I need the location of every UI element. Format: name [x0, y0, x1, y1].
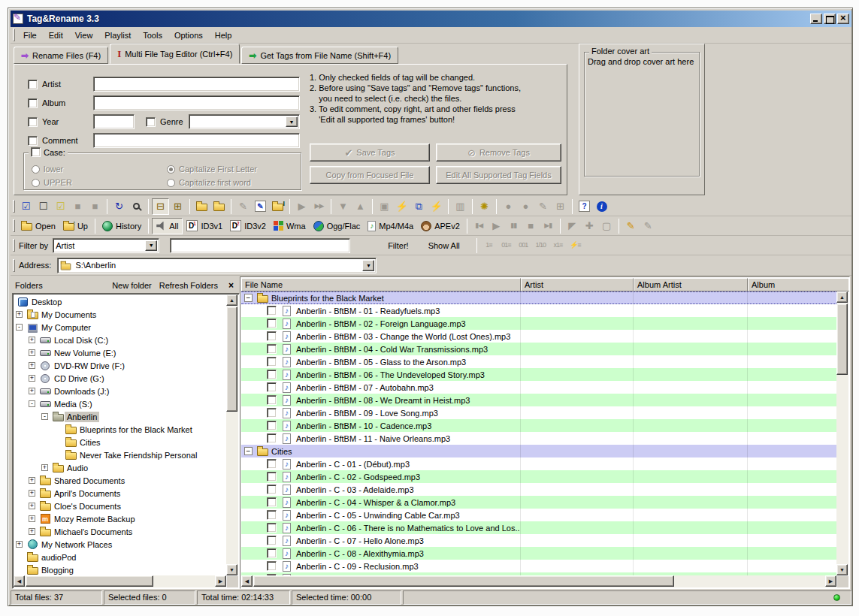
tree-item-april-s-documents[interactable]: +April's Documents	[14, 487, 226, 500]
tree-item-blogging[interactable]: Blogging	[14, 563, 226, 575]
tree-item-my-documents[interactable]: +My Documents	[14, 308, 226, 321]
tree-expander-minus-icon[interactable]: -	[29, 400, 35, 407]
address-combobox[interactable]: S:\Anberlin ▼	[57, 258, 377, 273]
tree-item-my-network-places[interactable]: +My Network Places	[14, 538, 226, 551]
file-row[interactable]: ♪Anberlin - C - 03 - Adelaide.mp3	[241, 483, 836, 496]
search-icon[interactable]	[128, 198, 145, 215]
filter-id3v2-button[interactable]: D2ID3v2	[226, 218, 270, 234]
list-hscrollbar[interactable]: ◀ ▶	[241, 575, 836, 587]
tree-scroll-left-icon[interactable]: ◀	[14, 575, 25, 587]
tree-expander-plus-icon[interactable]: +	[16, 311, 23, 318]
tree-hscroll-thumb[interactable]	[26, 575, 153, 587]
filter-field-dropdown[interactable]: Artist ▼	[53, 238, 159, 253]
cover-art-groupbox[interactable]: Folder cover art Drag and drop cover art…	[584, 52, 700, 177]
column-header-album-artist[interactable]: Album Artist	[634, 278, 748, 291]
tree-item-blueprints-for-the-black-market[interactable]: Blueprints for the Black Market	[14, 423, 226, 436]
refresh-folders-button[interactable]: Refresh Folders	[159, 281, 218, 290]
file-row[interactable]: ♪Anberlin - BftBM - 04 - Cold War Transm…	[241, 343, 836, 355]
edit-tag-icon[interactable]: ✎	[252, 198, 269, 215]
tree-expander-plus-icon[interactable]: +	[29, 337, 35, 343]
filter-input[interactable]	[170, 238, 350, 253]
file-row[interactable]: ♪Anberlin - BftBM - 11 - Naive Orleans.m…	[241, 432, 836, 445]
filter-button[interactable]: Filter!	[383, 241, 413, 250]
maximize-button[interactable]	[824, 14, 836, 24]
file-checkbox[interactable]	[267, 421, 277, 430]
tree-item-never-take-friendship-personal[interactable]: Never Take Friendship Personal	[14, 448, 226, 461]
tree-scroll-up-icon[interactable]: ▲	[226, 294, 237, 306]
file-row[interactable]: ♪Anberlin - BftBM - 05 - Glass to the Ar…	[241, 355, 836, 368]
auto-fix-icon[interactable]: ⚡	[428, 198, 445, 215]
open-button[interactable]: Open	[17, 218, 59, 234]
table-view-icon[interactable]: ⊞	[169, 198, 186, 215]
brush-yellow-icon[interactable]: ✎	[622, 218, 640, 234]
tree-item-shared-documents[interactable]: +Shared Documents	[14, 474, 226, 487]
tree-item-cd-drive-g[interactable]: +CD Drive (G:)	[14, 372, 226, 385]
file-checkbox[interactable]	[267, 319, 277, 328]
select-yellow-icon[interactable]: ☑	[52, 198, 69, 215]
history-button[interactable]: History	[98, 218, 145, 234]
filter-apev2-button[interactable]: APEv2	[417, 218, 464, 234]
tree-item-anberlin[interactable]: -Anberlin	[14, 410, 226, 423]
file-row[interactable]: ♪Anberlin - BftBM - 10 - Cadence.mp3	[241, 419, 836, 432]
show-all-button[interactable]: Show All	[424, 241, 464, 250]
tree-expander-plus-icon[interactable]: +	[41, 464, 48, 471]
year-input[interactable]	[93, 114, 135, 129]
file-row[interactable]: ♪Anberlin - C - 08 - Alexithymia.mp3	[241, 547, 836, 560]
tree-vscroll-thumb[interactable]	[226, 306, 237, 412]
group-collapse-icon[interactable]: −	[244, 294, 253, 302]
file-row[interactable]: ♪Anberlin - BftBM - 02 - Foreign Languag…	[241, 317, 836, 330]
tree-expander-plus-icon[interactable]: +	[16, 541, 23, 548]
file-checkbox[interactable]	[267, 459, 277, 469]
tree-hscrollbar[interactable]: ◀ ▶	[14, 575, 226, 587]
comment-checkbox[interactable]	[28, 136, 38, 146]
tree-item-local-disk-c[interactable]: +Local Disk (C:)	[14, 334, 226, 346]
tab-get-tags-from-file-name-shift-f4[interactable]: ➡Get Tags from File Name (Shift+F4)	[241, 47, 398, 64]
album-checkbox[interactable]	[28, 98, 38, 108]
file-checkbox[interactable]	[267, 370, 277, 379]
list-scroll-down-icon[interactable]: ▼	[836, 564, 848, 575]
file-checkbox[interactable]	[267, 357, 277, 367]
tree-expander-minus-icon[interactable]: -	[41, 413, 48, 420]
tree-item-media-s[interactable]: -Media (S:)	[14, 397, 226, 410]
new-folder-button[interactable]: New folder	[112, 281, 152, 290]
menu-playlist[interactable]: Playlist	[98, 29, 137, 42]
tree-item-cloe-s-documents[interactable]: +Cloe's Documents	[14, 500, 226, 512]
file-checkbox[interactable]	[267, 395, 277, 405]
tree-item-cities[interactable]: Cities	[14, 436, 226, 448]
list-scroll-left-icon[interactable]: ◀	[241, 575, 253, 587]
closed-folder-icon[interactable]	[210, 198, 228, 215]
tree-vscrollbar[interactable]: ▲ ▼	[226, 294, 238, 575]
menu-file[interactable]: File	[17, 29, 43, 42]
list-scroll-right-icon[interactable]: ▶	[825, 575, 836, 587]
file-row[interactable]: ♪Anberlin - C - 06 - There is no Mathema…	[241, 521, 836, 534]
group-row-cities[interactable]: −Cities	[241, 445, 836, 457]
column-header-album[interactable]: Album	[748, 278, 850, 291]
file-row[interactable]: ♪Anberlin - BftBM - 07 - Autobahn.mp3	[241, 381, 836, 394]
file-row[interactable]: ♪Anberlin - BftBM - 08 - We Dreamt in He…	[241, 394, 836, 406]
tree-expander-plus-icon[interactable]: +	[29, 349, 35, 356]
tree-item-desktop[interactable]: Desktop	[14, 295, 226, 308]
album-input[interactable]	[93, 95, 300, 110]
filter-oggflac-button[interactable]: Ogg/Flac	[310, 218, 364, 234]
info-icon[interactable]: i	[593, 198, 610, 215]
tab-rename-files-f4[interactable]: ➡Rename Files (F4)	[14, 47, 108, 64]
file-row[interactable]: ♪Anberlin - C - 01 - (Début).mp3	[241, 457, 836, 470]
tree-expander-minus-icon[interactable]: -	[16, 324, 23, 331]
file-row[interactable]: ♪Anberlin - BftBM - 09 - Love Song.mp3	[241, 406, 836, 419]
file-row[interactable]: ♪Anberlin - C - 05 - Unwinding Cable Car…	[241, 509, 836, 521]
list-scroll-up-icon[interactable]: ▲	[836, 291, 848, 303]
file-row[interactable]: ♪Anberlin - BftBM - 01 - Readyfuels.mp3	[241, 304, 836, 317]
menu-options[interactable]: Options	[168, 29, 209, 42]
tree-item-dvd-rw-drive-f[interactable]: +DVD-RW Drive (F:)	[14, 359, 226, 372]
file-checkbox[interactable]	[267, 561, 277, 571]
file-checkbox[interactable]	[267, 485, 277, 494]
file-checkbox[interactable]	[267, 497, 277, 507]
file-checkbox[interactable]	[267, 382, 277, 392]
file-checkbox[interactable]	[267, 433, 277, 443]
file-checkbox[interactable]	[267, 408, 277, 418]
column-header-artist[interactable]: Artist	[521, 278, 634, 291]
file-checkbox[interactable]	[267, 536, 277, 545]
menu-edit[interactable]: Edit	[43, 29, 69, 42]
menu-help[interactable]: Help	[209, 29, 238, 42]
artist-input[interactable]	[93, 77, 300, 92]
